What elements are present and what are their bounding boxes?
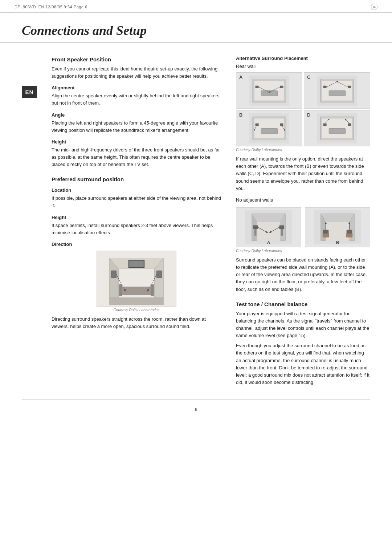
no-walls-caption: Courtesy Dolby Laboratories bbox=[236, 249, 370, 253]
svg-rect-43 bbox=[348, 123, 351, 126]
svg-rect-65 bbox=[347, 230, 352, 233]
page-number: 6 bbox=[22, 399, 370, 416]
alt-surround-title: Alternative Surround Placement bbox=[236, 56, 370, 61]
en-badge: EN bbox=[22, 86, 37, 98]
height-title: Height bbox=[52, 139, 221, 145]
svg-rect-6 bbox=[129, 260, 144, 267]
test-tone-title: Test tone / Channel balance bbox=[236, 301, 370, 307]
left-col: Front Speaker Position Even if you canno… bbox=[52, 42, 221, 388]
directing-text: Directing surround speakers straight acr… bbox=[52, 316, 221, 330]
svg-rect-62 bbox=[323, 234, 329, 238]
preferred-surround-title: Preferred surround position bbox=[52, 176, 221, 182]
registration-mark: ⊕ bbox=[371, 4, 377, 10]
location-title: Location bbox=[52, 187, 221, 193]
no-walls-row: A bbox=[236, 207, 370, 247]
en-label-col: EN bbox=[22, 42, 37, 388]
no-walls-label: No adjacent walls bbox=[236, 196, 370, 204]
no-walls-cell-a: A bbox=[236, 207, 301, 247]
right-col: Alternative Surround Placement Rear wall… bbox=[236, 42, 370, 388]
rear-wall-para: If rear wall mounting is the only option… bbox=[236, 155, 370, 192]
alignment-text: Align the centre speaker evenly with or … bbox=[52, 92, 221, 107]
svg-rect-64 bbox=[346, 234, 352, 238]
rear-wall-label: Rear wall bbox=[236, 63, 370, 70]
height2-text: If space permits, install surround speak… bbox=[52, 222, 221, 236]
svg-rect-42 bbox=[323, 123, 326, 126]
svg-rect-61 bbox=[326, 222, 350, 241]
alignment-title: Alignment bbox=[52, 85, 221, 90]
page-wrapper: DPL906VD_EN 12/08/05 9:54 Page 6 ⊕ Conne… bbox=[0, 0, 392, 535]
no-walls-label-a: A bbox=[267, 240, 270, 245]
angle-text: Placing the left and right speakers to f… bbox=[52, 119, 221, 134]
height2-title: Height bbox=[52, 215, 221, 220]
svg-rect-63 bbox=[323, 230, 328, 233]
svg-rect-17 bbox=[261, 90, 278, 96]
svg-rect-33 bbox=[261, 128, 278, 134]
svg-rect-41 bbox=[329, 128, 346, 134]
content-area: EN Front Speaker Position Even if you ca… bbox=[0, 42, 392, 399]
svg-rect-18 bbox=[255, 85, 258, 88]
angle-title: Angle bbox=[52, 112, 221, 118]
grid-cell-b: B bbox=[236, 110, 302, 146]
grid-label-a: A bbox=[239, 74, 242, 80]
no-walls-para: Surround speakers can be placed on stand… bbox=[236, 256, 370, 293]
grid-label-d: D bbox=[307, 112, 310, 118]
header-bar: DPL906VD_EN 12/08/05 9:54 Page 6 ⊕ bbox=[0, 0, 392, 13]
direction-caption: Courtesy Dolby Laboratories bbox=[52, 308, 221, 312]
svg-rect-26 bbox=[323, 85, 326, 88]
front-speaker-title: Front Speaker Position bbox=[52, 56, 221, 62]
direction-title: Direction bbox=[52, 242, 221, 247]
height-text: The mid- and high-frequency drivers of t… bbox=[52, 146, 221, 168]
location-text: If possible, place surround speakers at … bbox=[52, 195, 221, 209]
svg-rect-50 bbox=[257, 222, 281, 241]
grid-cell-c: C bbox=[304, 72, 370, 109]
surround-grid-caption: Courtesy Dolby Laboratories bbox=[236, 148, 370, 152]
direction-image bbox=[97, 251, 176, 307]
test-tone-para1: Your player is equipped with a test sign… bbox=[236, 310, 370, 340]
front-speaker-intro: Even if you cannot replicate this ideal … bbox=[52, 65, 221, 80]
svg-rect-19 bbox=[280, 85, 283, 88]
no-walls-label-b: B bbox=[336, 240, 339, 245]
svg-marker-47 bbox=[252, 214, 286, 222]
surround-placement-grid: A bbox=[236, 72, 370, 146]
page-title: Connections and Setup bbox=[22, 23, 370, 38]
svg-rect-9 bbox=[151, 284, 154, 296]
header-meta: DPL906VD_EN 12/08/05 9:54 Page 6 bbox=[15, 5, 87, 9]
svg-rect-7 bbox=[120, 287, 152, 295]
test-tone-para2: Even though you adjust the surround chan… bbox=[236, 342, 370, 386]
svg-rect-10 bbox=[111, 271, 117, 278]
grid-cell-a: A bbox=[236, 72, 302, 109]
page-title-area: Connections and Setup bbox=[0, 13, 392, 42]
svg-rect-27 bbox=[348, 85, 351, 88]
no-walls-cell-b: B bbox=[305, 207, 370, 247]
svg-rect-52 bbox=[253, 226, 258, 229]
grid-label-b: B bbox=[239, 112, 242, 118]
grid-label-c: C bbox=[307, 74, 310, 80]
svg-rect-25 bbox=[329, 90, 346, 96]
svg-rect-8 bbox=[119, 284, 122, 296]
svg-marker-4 bbox=[110, 297, 164, 305]
svg-marker-58 bbox=[321, 214, 355, 222]
grid-cell-d: D bbox=[304, 110, 370, 146]
svg-rect-11 bbox=[156, 271, 162, 278]
svg-rect-54 bbox=[279, 226, 284, 229]
